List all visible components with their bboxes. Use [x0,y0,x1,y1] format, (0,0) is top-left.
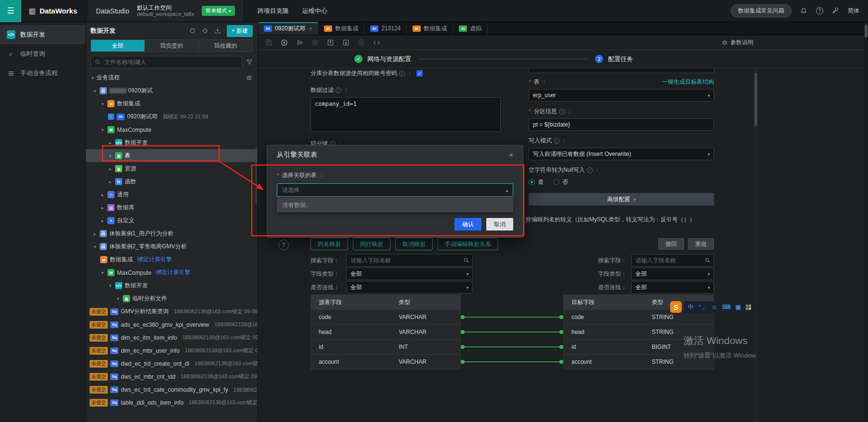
target-table-select[interactable]: erp_user [529,89,714,102]
tree-item[interactable]: ▾ 品 体验案例2_零售电商GMV分析 [86,240,258,253]
leftnav-item[interactable]: ⊞ 手动业务流程 [0,64,85,83]
tree-section-header[interactable]: ▾ 业务流程 ⊞ [86,71,258,84]
integration-faq-button[interactable]: 数据集成常见问题 [731,4,791,17]
tree-filter-tab[interactable]: 我收藏的 [199,40,252,51]
help-float-button[interactable] [278,240,289,250]
load-icon[interactable] [342,38,350,46]
tree-item[interactable]: ▾ M MaxCompute [86,123,258,136]
tree-item[interactable]: ▸ ▣ 资源 [86,162,258,175]
ime-tool-icon[interactable]: ⌨ [722,304,730,310]
code-icon[interactable] [373,38,380,46]
tree-item[interactable]: ▾ ▦ 表 [86,149,258,162]
mapping-action-button[interactable]: 手动编辑映射关系 [438,238,498,250]
leftnav-item[interactable]: </> 数据开发 [0,25,85,44]
file-search-input[interactable] [104,58,238,66]
tree-item[interactable]: ▸ </> 数据开发 [86,136,258,149]
tree-item[interactable]: 未提交 Sq table_ddl_ods_item_info 188380621… [86,396,258,409]
info-icon[interactable] [336,88,341,93]
tools-icon[interactable] [832,7,839,14]
tree-filter-tab[interactable]: 我负责的 [145,40,199,51]
tree-item[interactable]: ▾ M MaxCompute 绑定计算引擎 [86,266,258,279]
bell-icon[interactable] [800,7,807,14]
window-scrollbar[interactable] [864,22,868,422]
import-icon[interactable] [214,27,221,34]
new-button[interactable]: 新建 [227,25,253,37]
field-search-input[interactable] [346,254,473,267]
tree-item[interactable]: ▸ 品 体验案例1_用户行为分析 [86,227,258,240]
ime-tool-icon[interactable]: °， [699,304,707,310]
tree-item[interactable]: ▸ ▤ 数据库 [86,201,258,214]
topbar-menu-item[interactable]: 跨项目克隆 [258,7,289,15]
tree-scrollbar[interactable] [255,147,257,205]
mapping-action-button[interactable]: 同名映射 [311,238,348,250]
record-icon[interactable] [357,38,365,46]
cancel-button[interactable]: 取消 [486,218,513,230]
editor-tab[interactable]: ⇄ 数据集成 [407,22,453,35]
tree-item[interactable]: ▸ ◇ 通用 [86,188,258,201]
tree-item[interactable]: 未提交 Sq dim_ec_mbr_user_info 18838062138@… [86,344,258,357]
partition-input[interactable] [529,118,714,131]
data-filter-textarea[interactable]: company_id=1 [311,97,501,132]
params-help-button[interactable]: 参数说明 [722,38,753,47]
tree-item[interactable]: ↑ Di 0920测试邓 我锁定 09-22 21:59 [86,110,258,123]
tree-item[interactable]: ▸ + 自定义 [86,214,258,227]
help-icon[interactable] [816,7,823,14]
ime-toolbox-icon[interactable] [746,305,751,310]
ime-tool-icon[interactable]: ▦ [735,304,740,310]
tree-item[interactable]: 未提交 Sq dws_ec_trd_cate_commodity_gmv_kpi… [86,383,258,396]
mapping-action-button[interactable]: 同行映射 [353,238,390,250]
radio-yes[interactable]: 是 [529,178,544,186]
tree-item[interactable]: ▾ ▣ 临时分析文件 [86,292,258,305]
confirm-button[interactable]: 确认 [454,218,481,230]
tree-item[interactable]: ▸ fx 函数 [86,175,258,188]
close-icon[interactable] [309,26,312,31]
run-icon[interactable] [280,38,288,46]
ime-logo-icon[interactable]: S [670,301,682,313]
table-select[interactable]: 请选择 [277,183,513,197]
tree-item[interactable]: 未提交 Sq dwd_ec_trd_create_ord_di 18838062… [86,357,258,370]
tree-item[interactable]: 未提交 Sq ads_ec_ec360_gmv_kpi_overview 188… [86,318,258,331]
undo-button[interactable]: 撤回 [658,238,684,250]
tree-item[interactable]: 未提交 Sq dws_ec_mbr_cnt_std 18838062138@16… [86,370,258,383]
ime-tool-icon[interactable]: 中 [688,304,694,310]
mapping-action-button[interactable]: 取消映射 [395,238,433,250]
connected-select[interactable]: 全部 [631,281,714,294]
field-search-input[interactable] [631,254,714,267]
stop-icon[interactable] [311,38,319,46]
tree-item[interactable]: ▾ </> 数据开发 [86,279,258,292]
workspace-selector[interactable]: 默认工作空间 default_workspace_ta8x [137,4,194,17]
tree-filter-tab[interactable]: 全部 [91,40,145,51]
submit-icon[interactable] [326,38,334,46]
brand[interactable]: DataWorks [21,0,87,22]
refresh-icon[interactable] [189,27,196,34]
advanced-config-toggle[interactable]: 高级配置 [529,193,714,205]
redo-button[interactable]: 重做 [688,238,714,250]
tree-item[interactable]: 未提交 Sq GMV分析结果查询 18838062138@163.com锁定 0… [86,305,258,318]
same-account-checkbox[interactable] [416,70,423,77]
field-type-select[interactable]: 全部 [631,268,714,280]
table-row[interactable]: head VARCHAR [311,325,460,340]
radio-no[interactable]: 否 [553,178,568,186]
ime-tool-icon[interactable]: ☺ [712,304,717,310]
connected-select[interactable]: 全部 [346,281,473,294]
tree-item[interactable]: ▾ 品 0920测试 [86,84,258,97]
generate-table-link[interactable]: 一键生成目标表结构 [662,78,714,86]
editor-tab[interactable]: Vi 虚拟 [453,22,488,35]
info-icon[interactable] [399,71,405,77]
save-icon[interactable] [265,38,272,46]
bind-engine-link[interactable]: 绑定计算引擎 [155,269,190,277]
panel-scrollbar[interactable] [754,68,757,422]
grid-view-icon[interactable]: ⊞ [246,74,252,81]
field-type-select[interactable]: 全部 [346,268,473,280]
table-row[interactable]: id INT [311,340,460,355]
run-with-params-icon[interactable] [296,38,303,46]
write-mode-select[interactable]: 写入前清理已有数据 (Insert Overwrite) [529,148,714,160]
tree-item[interactable]: 未提交 Sq dim_ec_itm_item_info 18838062138@… [86,331,258,344]
info-icon[interactable] [559,109,565,115]
leftnav-item[interactable]: ⌕ 临时查询 [0,44,85,64]
info-icon[interactable] [587,167,593,173]
table-row[interactable]: code VARCHAR [311,310,460,325]
filter-icon[interactable] [246,59,253,65]
bind-engine-link[interactable]: 绑定计算引擎 [137,256,172,264]
info-icon[interactable] [554,138,559,144]
